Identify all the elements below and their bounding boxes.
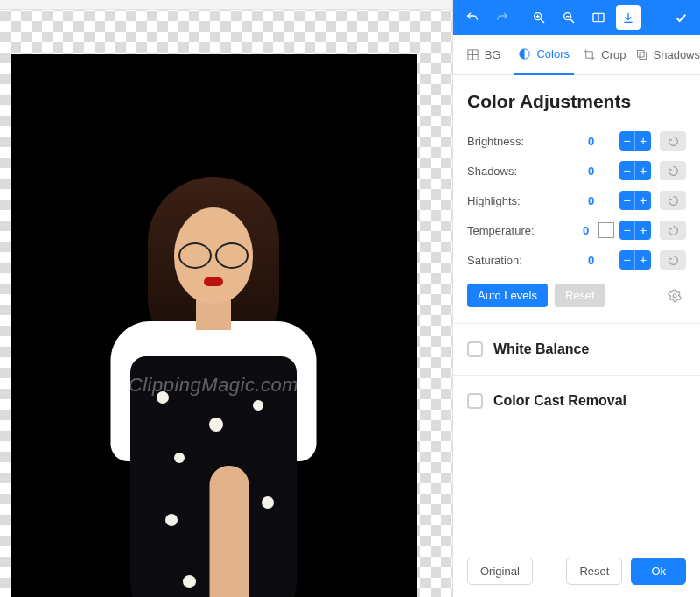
tab-colors[interactable]: Colors <box>514 35 574 75</box>
tab-colors-label: Colors <box>536 47 570 60</box>
saturation-label: Saturation: <box>467 254 588 267</box>
reset-icon <box>668 136 679 147</box>
brightness-plus-button[interactable]: + <box>635 131 651 151</box>
shadows-label: Shadows: <box>467 165 588 178</box>
brightness-reset-button[interactable] <box>660 131 686 151</box>
tab-bg-label: BG <box>485 48 501 61</box>
temperature-reset-button[interactable] <box>660 221 686 240</box>
reset-icon <box>668 255 679 266</box>
svg-point-15 <box>673 294 676 298</box>
brightness-label: Brightness: <box>467 135 588 148</box>
bg-icon <box>466 48 480 61</box>
panel-body: Color Adjustments Brightness: 0 − + Shad… <box>453 75 700 545</box>
shadows-reset-button[interactable] <box>660 161 686 180</box>
tab-crop-label: Crop <box>601 48 626 61</box>
color-cast-label: Color Cast Removal <box>494 393 626 409</box>
row-temperature: Temperature: 0 − + <box>467 215 686 245</box>
tab-shadows[interactable]: Shadows <box>635 35 700 74</box>
undo-icon[interactable] <box>460 5 485 30</box>
saturation-value: 0 <box>588 254 620 267</box>
tab-shadows-label: Shadows <box>654 48 700 61</box>
svg-line-1 <box>541 19 544 23</box>
reset-icon <box>668 225 679 236</box>
panel-title: Color Adjustments <box>467 91 686 112</box>
fit-screen-icon[interactable] <box>586 5 611 30</box>
color-cast-row[interactable]: Color Cast Removal <box>467 376 686 426</box>
colors-icon <box>518 47 531 60</box>
temperature-value: 0 <box>583 224 598 237</box>
brightness-value: 0 <box>588 135 620 148</box>
panel-footer: Original Reset Ok <box>453 545 700 597</box>
gear-icon <box>668 289 682 303</box>
color-cast-checkbox[interactable] <box>467 393 483 409</box>
shadows-plus-button[interactable]: + <box>635 161 651 180</box>
highlights-value: 0 <box>588 194 620 207</box>
white-balance-label: White Balance <box>494 341 589 357</box>
panel-tabs: BG Colors Crop Shadows <box>453 35 700 75</box>
temperature-swatch[interactable] <box>598 222 614 238</box>
watermark-text: ClippingMagic.com <box>129 374 298 397</box>
top-toolbar <box>453 0 700 35</box>
tab-bg[interactable]: BG <box>453 35 514 74</box>
svg-rect-13 <box>637 51 644 58</box>
side-panel: BG Colors Crop Shadows Color Adjustments… <box>452 0 700 597</box>
white-balance-row[interactable]: White Balance <box>467 324 686 375</box>
saturation-plus-button[interactable]: + <box>635 250 651 270</box>
row-shadows: Shadows: 0 − + <box>467 156 686 186</box>
reset-icon <box>668 165 679 177</box>
zoom-in-icon[interactable] <box>527 5 551 30</box>
tab-crop[interactable]: Crop <box>574 35 634 74</box>
shadows-minus-button[interactable]: − <box>620 161 635 180</box>
download-icon[interactable] <box>616 5 640 30</box>
shadows-icon <box>635 48 648 61</box>
ok-button[interactable]: Ok <box>631 558 686 585</box>
svg-line-5 <box>570 19 574 23</box>
redo-icon[interactable] <box>490 5 514 30</box>
temperature-minus-button[interactable]: − <box>620 221 635 240</box>
svg-rect-14 <box>640 53 647 60</box>
row-saturation: Saturation: 0 − + <box>467 245 686 275</box>
highlights-minus-button[interactable]: − <box>620 191 635 210</box>
highlights-plus-button[interactable]: + <box>635 191 651 210</box>
highlights-label: Highlights: <box>467 194 588 207</box>
canvas-area[interactable]: ClippingMagic.com <box>0 0 452 597</box>
reset-small-button[interactable]: Reset <box>555 284 606 307</box>
shadows-value: 0 <box>588 165 620 178</box>
original-button[interactable]: Original <box>467 558 533 585</box>
zoom-out-icon[interactable] <box>556 5 581 30</box>
confirm-icon[interactable] <box>668 5 693 30</box>
row-highlights: Highlights: 0 − + <box>467 186 686 215</box>
reset-icon <box>668 195 679 207</box>
temperature-plus-button[interactable]: + <box>635 221 651 240</box>
crop-icon <box>583 48 596 61</box>
temperature-label: Temperature: <box>467 224 583 237</box>
saturation-minus-button[interactable]: − <box>620 250 635 270</box>
saturation-reset-button[interactable] <box>660 250 686 270</box>
brightness-minus-button[interactable]: − <box>620 131 635 151</box>
white-balance-checkbox[interactable] <box>467 341 483 357</box>
auto-levels-button[interactable]: Auto Levels <box>467 284 548 307</box>
settings-gear-button[interactable] <box>663 284 686 307</box>
highlights-reset-button[interactable] <box>660 191 686 210</box>
image-preview: ClippingMagic.com <box>10 54 416 597</box>
reset-button[interactable]: Reset <box>566 558 622 585</box>
row-brightness: Brightness: 0 − + <box>467 126 686 156</box>
